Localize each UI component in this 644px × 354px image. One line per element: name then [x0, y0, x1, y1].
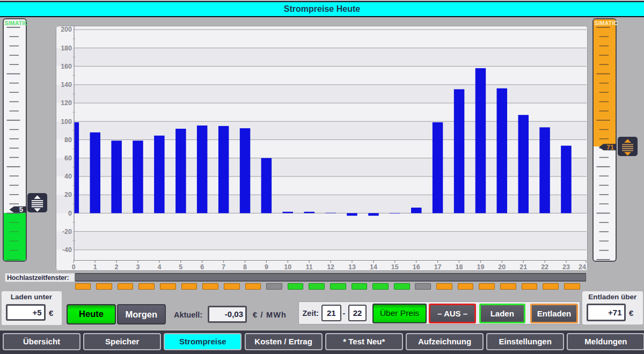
svg-text:0: 0	[68, 210, 72, 217]
svg-text:71: 71	[606, 143, 614, 151]
svg-text:22: 22	[541, 263, 548, 271]
svg-text:-40: -40	[62, 246, 72, 254]
svg-text:20: 20	[498, 263, 506, 271]
svg-text:11: 11	[306, 263, 313, 271]
svg-text:10: 10	[284, 263, 291, 271]
svg-text:0: 0	[72, 263, 76, 271]
svg-text:60: 60	[64, 154, 72, 162]
svg-text:2: 2	[115, 263, 119, 271]
svg-text:8: 8	[243, 263, 247, 271]
svg-text:7: 7	[222, 263, 225, 271]
svg-text:6: 6	[200, 263, 204, 271]
svg-text:15: 15	[391, 263, 399, 271]
svg-text:20: 20	[64, 191, 72, 198]
svg-text:1: 1	[93, 263, 97, 271]
svg-text:13: 13	[348, 263, 356, 271]
svg-text:200: 200	[61, 26, 72, 33]
svg-text:16: 16	[413, 263, 420, 271]
svg-text:21: 21	[519, 263, 527, 271]
svg-text:4: 4	[157, 263, 161, 271]
svg-text:-20: -20	[62, 228, 72, 235]
svg-text:120: 120	[61, 99, 72, 107]
svg-text:40: 40	[64, 173, 72, 180]
svg-text:9: 9	[265, 263, 268, 271]
svg-text:17: 17	[434, 263, 442, 271]
svg-text:80: 80	[64, 136, 72, 144]
svg-text:180: 180	[61, 45, 72, 52]
svg-text:3: 3	[136, 263, 140, 271]
svg-text:100: 100	[61, 118, 72, 126]
svg-text:23: 23	[562, 263, 570, 271]
svg-text:140: 140	[61, 81, 72, 88]
svg-text:160: 160	[61, 63, 72, 70]
svg-text:12: 12	[327, 263, 334, 271]
svg-text:19: 19	[477, 263, 484, 271]
svg-text:5: 5	[19, 205, 23, 213]
svg-text:18: 18	[456, 263, 463, 271]
svg-text:5: 5	[179, 263, 182, 271]
svg-text:24: 24	[579, 263, 586, 271]
svg-text:14: 14	[370, 263, 377, 271]
